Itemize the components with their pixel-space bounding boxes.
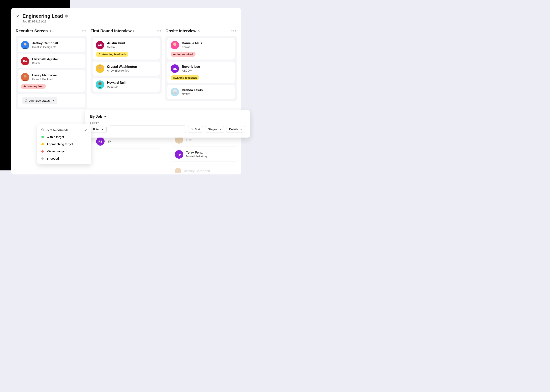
candidate-company: Hewlett Packard	[32, 77, 57, 81]
svg-point-7	[173, 43, 176, 46]
stage-count: 12	[49, 29, 53, 33]
avatar	[21, 41, 29, 49]
sort-button[interactable]: Sort	[188, 126, 203, 133]
candidate-company: 3M	[107, 140, 111, 143]
job-title: Engineering Lead	[22, 13, 68, 19]
candidate-card[interactable]: AH Austin Hunt Nvidia Awaiting feedback	[93, 38, 160, 60]
stage-menu-icon[interactable]: •••	[156, 29, 162, 33]
candidate-card[interactable]: Danielle Mills Ecolab Action required	[167, 38, 235, 60]
group-by-dropdown[interactable]: By Job	[90, 114, 245, 119]
stage-column-first-round: First Round Interview6 ••• AH Austin Hun…	[91, 29, 162, 110]
status-badge: Action required	[171, 52, 195, 57]
candidate-company: Nvidia	[107, 46, 125, 49]
stage-menu-icon[interactable]: •••	[81, 29, 87, 33]
candidate-company: Bosch	[32, 62, 58, 65]
candidate-name: Howard Bell	[107, 81, 125, 85]
filter-by-label: Filter by	[90, 121, 245, 124]
svg-point-6	[98, 82, 101, 85]
candidate-name: Danielle Mills	[182, 42, 202, 45]
candidate-company: Moxie Marketing	[186, 155, 207, 158]
caret-down-icon	[219, 129, 221, 130]
stage-count: 5	[198, 29, 200, 33]
status-dot-icon	[41, 136, 44, 138]
sla-status-menu: Any SLA status Within target Approaching…	[37, 124, 91, 164]
candidate-card[interactable]: Jeffrey Campbell	[172, 165, 238, 173]
candidate-name: Austin Hunt	[107, 42, 125, 45]
stage-title: Recruiter Screen	[16, 29, 48, 33]
filter-popover: By Job Filter by Filter Sort Stages Deta…	[85, 110, 250, 138]
svg-point-3	[24, 43, 27, 46]
status-dot-icon	[41, 150, 44, 153]
filter-button[interactable]: Filter	[90, 126, 107, 133]
status-badge: Awaiting feedback	[96, 52, 128, 57]
avatar	[96, 64, 104, 73]
svg-rect-2	[66, 15, 67, 16]
candidate-name: Crystal Washington	[107, 65, 137, 69]
svg-point-5	[98, 66, 101, 69]
circle-icon	[41, 128, 44, 131]
candidate-name: Terry Pena	[186, 151, 207, 154]
job-title-text: Engineering Lead	[22, 13, 63, 19]
info-icon[interactable]	[65, 14, 68, 18]
avatar	[171, 41, 179, 49]
candidate-card[interactable]: Henry Matthews Hewlett Packard Action re…	[18, 70, 85, 92]
avatar: RT	[96, 137, 105, 146]
caret-down-icon	[53, 100, 55, 101]
candidate-company: Intuit	[186, 138, 192, 141]
candidate-card[interactable]: EA Elizabeth Aguilar Bosch	[18, 54, 85, 68]
job-header: Engineering Lead Job ID 929121-21	[16, 13, 237, 23]
candidate-company: PepsiCo	[107, 85, 125, 88]
candidate-card[interactable]: Howard Bell PepsiCo	[93, 77, 160, 92]
status-dot-icon	[41, 143, 44, 145]
sla-filter-box: Any SLA status	[18, 94, 85, 107]
candidate-card[interactable]: Crystal Washington Arrow Electronics	[93, 62, 160, 76]
sla-trigger-label: Any SLA status	[29, 99, 50, 102]
caret-down-icon	[101, 129, 104, 130]
candidate-company: Ecolab	[182, 46, 202, 49]
check-icon	[84, 128, 87, 131]
stages-button[interactable]: Stages	[205, 126, 224, 133]
details-button[interactable]: Details	[226, 126, 245, 133]
candidate-name: Jeffrey Campbell	[184, 169, 210, 173]
candidate-name: Brenda Lewis	[182, 88, 203, 92]
sla-option-any[interactable]: Any SLA status	[37, 126, 91, 133]
stage-columns: Recruiter Screen12 ••• Jeffrey Campbell …	[16, 29, 237, 110]
sla-option-missed[interactable]: Missed target	[37, 148, 91, 155]
filter-search-input[interactable]	[109, 126, 186, 133]
candidate-name: Elizabeth Aguilar	[32, 57, 58, 61]
chevron-down-icon[interactable]	[16, 14, 20, 18]
caret-down-icon	[104, 116, 106, 117]
sla-option-approaching[interactable]: Approaching target	[37, 140, 91, 148]
candidate-card[interactable]: Jeffrey Campbell Goldfish Design Co.	[18, 38, 85, 52]
candidate-name: Beverly Lee	[182, 65, 200, 69]
avatar	[171, 88, 179, 96]
sla-status-dropdown[interactable]: Any SLA status	[22, 97, 58, 104]
candidate-company: Goldfish Design Co.	[32, 46, 58, 49]
circle-icon	[25, 99, 27, 102]
sla-option-within[interactable]: Within target	[37, 133, 91, 140]
avatar: TP	[175, 150, 183, 159]
candidate-card[interactable]: Brenda Lewis Netflix	[167, 85, 235, 99]
stage-menu-icon[interactable]: •••	[231, 29, 237, 33]
stage-column-recruiter-screen: Recruiter Screen12 ••• Jeffrey Campbell …	[16, 29, 87, 110]
svg-rect-1	[66, 16, 67, 17]
candidate-card[interactable]: BL Beverly Lee AECOM Awaiting feedback	[167, 62, 235, 83]
sort-icon	[191, 128, 194, 131]
flame-icon	[98, 53, 101, 56]
sla-option-snoozed[interactable]: Snoozed	[37, 155, 91, 162]
candidate-card[interactable]: TP Terry Pena Moxie Marketing	[172, 147, 238, 161]
candidate-name: Henry Matthews	[32, 74, 57, 77]
avatar: AH	[96, 41, 104, 49]
svg-point-4	[24, 75, 27, 77]
caret-down-icon	[240, 129, 242, 130]
stage-title: First Round Interview	[91, 29, 131, 33]
job-id: Job ID 929121-21	[22, 20, 68, 23]
avatar: BL	[171, 64, 179, 73]
candidate-name: Jeffrey Campbell	[32, 42, 58, 45]
status-badge: Action required	[21, 84, 46, 89]
avatar	[175, 168, 181, 173]
stage-column-onsite: Onsite Interview5 ••• Danielle Mills Eco…	[165, 29, 237, 110]
avatar: EA	[21, 57, 29, 65]
status-badge: Awaiting feedback	[171, 75, 199, 80]
candidate-company: Arrow Electronics	[107, 69, 137, 72]
